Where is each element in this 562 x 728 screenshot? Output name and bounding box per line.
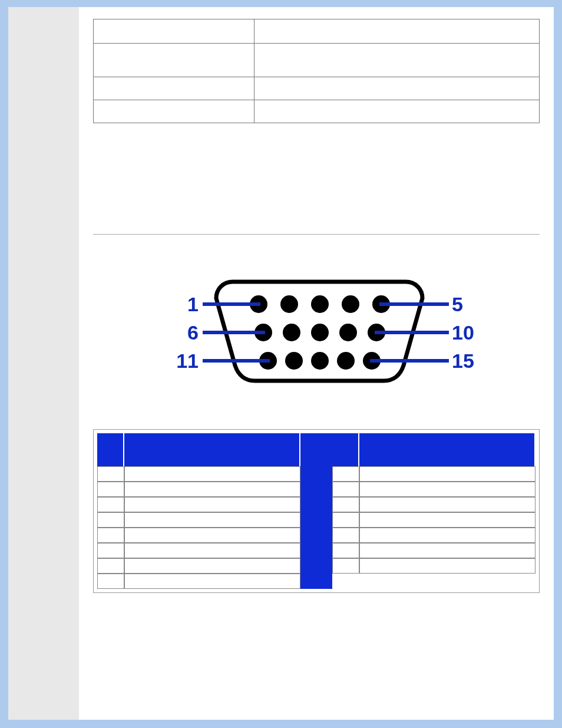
pin-grid xyxy=(97,433,535,589)
pin-label-1: 1 xyxy=(187,293,199,315)
left-sidebar xyxy=(8,7,79,720)
pin xyxy=(285,352,303,370)
pin-cell xyxy=(124,466,300,482)
pin-label-5: 5 xyxy=(452,293,463,315)
pin-cell xyxy=(124,574,300,589)
pin-table-separator xyxy=(300,433,332,589)
spacer xyxy=(93,123,540,234)
page: 1 6 11 5 10 15 xyxy=(8,7,554,720)
pin-cell xyxy=(97,482,124,497)
spec-cell xyxy=(254,100,540,123)
pin xyxy=(311,352,329,370)
pin-cell xyxy=(332,497,359,512)
spec-cell xyxy=(94,100,254,123)
pin-cell xyxy=(124,512,300,528)
right-margin-strip xyxy=(549,7,554,720)
pin-cell xyxy=(124,528,300,543)
spec-cell xyxy=(254,19,540,44)
spec-cell xyxy=(254,44,540,77)
pin-cell xyxy=(332,528,359,543)
pin-cell xyxy=(124,497,300,512)
pin-cell xyxy=(332,482,359,497)
pin xyxy=(280,295,298,313)
pin-cell xyxy=(332,558,359,574)
spec-cell xyxy=(254,77,540,100)
pin-cell xyxy=(332,466,359,482)
pin xyxy=(339,324,357,341)
pin-cell xyxy=(359,543,535,558)
pin-label-11: 11 xyxy=(176,350,199,372)
pin-cell xyxy=(359,558,535,574)
table-row xyxy=(94,77,540,100)
pin xyxy=(342,295,359,313)
pin-cell xyxy=(359,482,535,497)
table-row xyxy=(94,19,540,44)
pin-cell xyxy=(97,466,124,482)
pin-label-6: 6 xyxy=(187,321,199,344)
pin-cell xyxy=(359,497,535,512)
pin-cell xyxy=(97,574,124,589)
window-frame: 1 6 11 5 10 15 xyxy=(0,0,562,728)
spec-cell xyxy=(94,44,254,77)
pin xyxy=(337,352,355,370)
document-content: 1 6 11 5 10 15 xyxy=(79,7,554,720)
connector-svg: 1 6 11 5 10 15 xyxy=(157,269,475,393)
pin-cell xyxy=(97,528,124,543)
spec-cell xyxy=(94,19,254,44)
pin xyxy=(311,324,329,341)
pin-cell xyxy=(359,512,535,528)
pin-cell xyxy=(359,466,535,482)
db15-connector: 1 6 11 5 10 15 xyxy=(157,269,475,395)
pin-cell xyxy=(97,543,124,558)
pin-label-15: 15 xyxy=(452,350,474,372)
pin xyxy=(283,324,300,341)
connector-diagram: 1 6 11 5 10 15 xyxy=(93,269,540,395)
pin-cell xyxy=(124,558,300,574)
pin-label-10: 10 xyxy=(452,321,474,344)
table-row xyxy=(94,44,540,77)
pin-cell xyxy=(97,512,124,528)
pin-cell xyxy=(124,543,300,558)
pin-header-right-no xyxy=(332,433,359,466)
pin-cell xyxy=(332,543,359,558)
pin-header-right-side xyxy=(359,433,535,466)
spec-cell xyxy=(94,77,254,100)
pin-cell xyxy=(97,497,124,512)
section-divider xyxy=(93,234,540,235)
pin xyxy=(311,295,329,313)
pin-header-left-no xyxy=(97,433,124,466)
pin-cell xyxy=(124,482,300,497)
pin-header-left-side xyxy=(124,433,300,466)
spec-table-fragment xyxy=(93,19,540,123)
pin-cell xyxy=(332,512,359,528)
pin-cell xyxy=(359,528,535,543)
table-row xyxy=(94,100,540,123)
pin-assignment-table xyxy=(93,429,540,593)
pin-cell xyxy=(97,558,124,574)
